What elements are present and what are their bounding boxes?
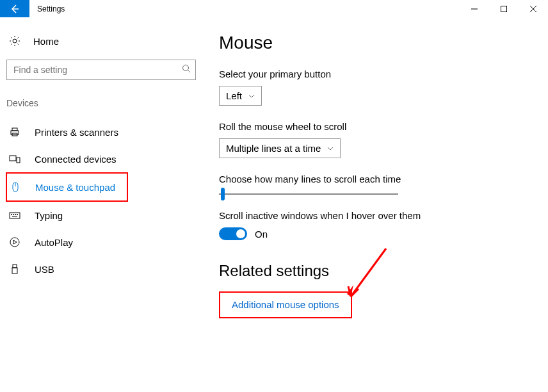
sidebar-item-connected-devices[interactable]: Connected devices (6, 145, 198, 172)
home-nav[interactable]: Home (6, 33, 198, 60)
search-input[interactable] (6, 60, 196, 80)
maximize-button[interactable] (489, 0, 519, 17)
window-title: Settings (29, 0, 460, 17)
svg-rect-12 (17, 158, 20, 163)
chevron-down-icon (248, 93, 255, 99)
primary-button-dropdown[interactable]: Left (219, 86, 262, 106)
primary-button-label: Select your primary button (219, 69, 529, 79)
sidebar-item-autoplay[interactable]: AutoPlay (6, 229, 198, 256)
svg-rect-9 (12, 128, 17, 131)
hover-scroll-toggle[interactable] (219, 227, 247, 240)
maximize-icon (501, 6, 507, 12)
svg-rect-11 (10, 156, 16, 161)
back-arrow-icon (10, 4, 20, 14)
wheel-scroll-value: Multiple lines at a time (226, 143, 321, 154)
lines-scroll-label: Choose how many lines to scroll each tim… (219, 174, 529, 184)
sidebar-item-label: Connected devices (35, 154, 117, 165)
autoplay-icon (9, 236, 20, 248)
svg-point-5 (13, 39, 17, 43)
sidebar-item-label: USB (35, 264, 54, 275)
usb-icon (9, 263, 20, 275)
mouse-icon (10, 181, 21, 193)
minimize-icon (471, 6, 478, 12)
sidebar-item-mouse-touchpad[interactable]: Mouse & touchpad (6, 172, 128, 202)
search-icon (182, 64, 191, 76)
primary-button-value: Left (226, 90, 242, 101)
minimize-button[interactable] (460, 0, 489, 17)
close-icon (530, 6, 536, 12)
svg-rect-2 (501, 6, 507, 12)
printer-icon (9, 126, 20, 138)
slider-thumb[interactable] (221, 188, 225, 200)
page-title: Mouse (219, 33, 529, 53)
toggle-knob (236, 229, 245, 238)
wheel-scroll-label: Roll the mouse wheel to scroll (219, 121, 529, 132)
hover-scroll-label: Scroll inactive windows when I hover ove… (219, 210, 529, 221)
svg-point-6 (183, 65, 189, 71)
keyboard-icon (9, 209, 20, 221)
sidebar-item-label: Typing (35, 210, 63, 221)
home-label: Home (33, 36, 59, 47)
devices-icon (9, 153, 20, 165)
sidebar-item-label: Mouse & touchpad (35, 182, 115, 193)
svg-rect-22 (13, 265, 17, 268)
svg-line-7 (188, 70, 191, 73)
slider-track (219, 193, 398, 195)
chevron-down-icon (327, 145, 334, 152)
related-settings-heading: Related settings (219, 262, 529, 280)
sidebar-item-typing[interactable]: Typing (6, 202, 198, 229)
gear-icon (9, 35, 20, 47)
additional-mouse-options-link[interactable]: Additional mouse options (232, 299, 339, 310)
lines-scroll-slider[interactable] (219, 193, 398, 195)
hover-scroll-state: On (255, 229, 268, 240)
section-devices-label: Devices (6, 93, 198, 118)
sidebar-item-label: Printers & scanners (35, 127, 118, 138)
close-button[interactable] (519, 0, 548, 17)
svg-point-21 (10, 238, 19, 247)
back-button[interactable] (0, 0, 29, 17)
sidebar-item-usb[interactable]: USB (6, 256, 198, 282)
svg-rect-15 (10, 213, 20, 218)
sidebar-item-label: AutoPlay (35, 237, 73, 248)
svg-rect-23 (12, 268, 17, 274)
sidebar-item-printers-scanners[interactable]: Printers & scanners (6, 118, 198, 145)
wheel-scroll-dropdown[interactable]: Multiple lines at a time (219, 138, 341, 158)
